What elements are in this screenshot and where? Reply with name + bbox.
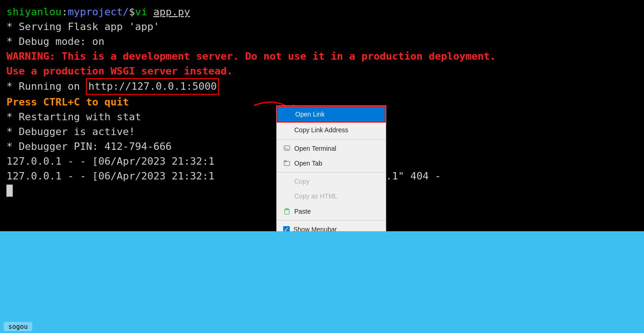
menu-label-open-tab: Open Tab <box>294 159 322 168</box>
terminal-line-2: * Debug mode: on <box>6 34 638 49</box>
menu-label-paste: Paste <box>294 207 311 216</box>
taskbar-item-label: sogou <box>8 323 28 330</box>
terminal: shiyanlou : myproject/ $ vi app.py * Ser… <box>0 0 644 231</box>
tab-icon <box>283 160 291 167</box>
prompt-dollar: $ <box>129 5 135 19</box>
terminal-line-5: * Running on http://127.0.0.1:5000 <box>6 78 638 95</box>
menu-item-copy-link-address[interactable]: Copy Link Address <box>277 123 386 137</box>
menu-item-open-terminal[interactable]: Open Terminal <box>277 141 386 156</box>
menu-item-open-tab[interactable]: Open Tab <box>277 156 386 171</box>
separator-2 <box>277 172 386 173</box>
terminal-line-4: Use a production WSGI server instead. <box>6 64 638 79</box>
prompt-command: vi <box>135 5 147 19</box>
paste-icon <box>283 208 291 215</box>
taskbar-sogou-item[interactable]: sogou <box>4 322 32 331</box>
context-menu: Open Link Copy Link Address Open Termina… <box>276 105 386 231</box>
terminal-line-3: WARNING: This is a development server. D… <box>6 49 638 64</box>
terminal-line-1: * Serving Flask app 'app' <box>6 19 638 34</box>
separator-1 <box>277 139 386 140</box>
prompt-user: shiyanlou <box>6 5 61 19</box>
prompt-space <box>147 5 153 19</box>
open-link-icon <box>284 111 292 118</box>
taskbar: sogou <box>0 231 644 333</box>
menu-item-paste[interactable]: Paste <box>277 204 386 219</box>
menu-item-copy-as-html: Copy as HTML <box>277 189 386 204</box>
menu-item-open-link[interactable]: Open Link <box>277 106 386 123</box>
copy-icon <box>283 178 291 185</box>
menu-label-copy: Copy <box>294 177 310 186</box>
prompt-line: shiyanlou : myproject/ $ vi app.py <box>6 5 638 19</box>
menu-label-copy-link-address: Copy Link Address <box>294 125 348 135</box>
menu-label-open-link: Open Link <box>295 110 325 119</box>
copy-link-icon <box>283 126 291 134</box>
prompt-separator: : <box>61 5 67 19</box>
menu-item-show-menubar[interactable]: ✓ Show Menubar <box>277 222 386 231</box>
prompt-path: myproject/ <box>67 5 128 19</box>
copy-html-icon <box>283 193 291 200</box>
show-menubar-checkbox[interactable]: ✓ <box>283 226 290 231</box>
menu-label-copy-as-html: Copy as HTML <box>294 191 337 201</box>
prompt-filename: app.py <box>153 5 190 19</box>
menu-label-show-menubar: Show Menubar <box>293 225 337 231</box>
separator-3 <box>277 220 386 221</box>
terminal-icon <box>283 145 291 152</box>
url-highlight: http://127.0.0.1:5000 <box>86 78 219 95</box>
menu-item-copy: Copy <box>277 174 386 189</box>
menu-label-open-terminal: Open Terminal <box>294 144 336 153</box>
